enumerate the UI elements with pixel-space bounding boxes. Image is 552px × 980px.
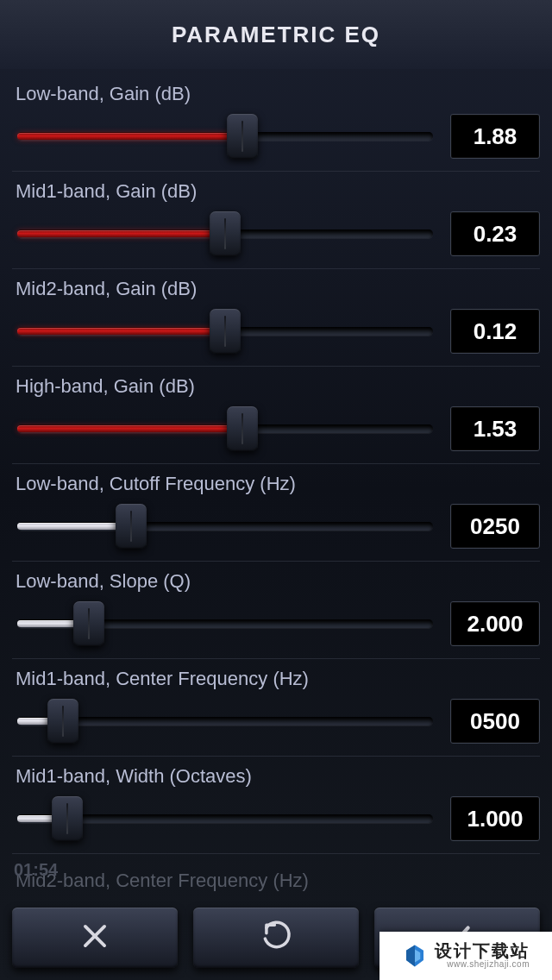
background-playback-time: 01:54 xyxy=(14,860,58,880)
slider[interactable] xyxy=(12,408,438,449)
slider[interactable] xyxy=(12,311,438,352)
value-display[interactable]: 0.12 xyxy=(450,309,540,354)
slider[interactable] xyxy=(12,213,438,254)
param-label: Mid1-band, Width (Octaves) xyxy=(16,765,540,788)
param-row: Mid1-band, Center Frequency (Hz)0500 xyxy=(12,668,540,757)
param-row: Mid1-band, Width (Octaves)1.000 xyxy=(12,765,540,854)
param-label: Mid1-band, Center Frequency (Hz) xyxy=(16,668,540,690)
value-display[interactable]: 0500 xyxy=(450,699,540,744)
slider-thumb[interactable] xyxy=(73,601,104,646)
value-display[interactable]: 0250 xyxy=(450,504,540,549)
value-display[interactable]: 2.000 xyxy=(450,601,540,646)
slider-thumb[interactable] xyxy=(227,114,258,159)
undo-icon xyxy=(260,920,292,956)
undo-button[interactable] xyxy=(193,908,359,968)
slider-thumb[interactable] xyxy=(47,699,78,744)
watermark-logo-icon xyxy=(402,943,428,969)
value-display[interactable]: 1.53 xyxy=(450,406,540,451)
param-label: High-band, Gain (dB) xyxy=(16,375,540,398)
slider-thumb[interactable] xyxy=(210,211,241,256)
param-label: Low-band, Cutoff Frequency (Hz) xyxy=(16,473,540,495)
slider[interactable] xyxy=(12,798,438,839)
slider[interactable] xyxy=(12,700,438,742)
parameter-list: Low-band, Gain (dB)1.88Mid1-band, Gain (… xyxy=(0,69,552,897)
slider[interactable] xyxy=(12,506,438,547)
param-row: Low-band, Gain (dB)1.88 xyxy=(12,83,540,172)
slider-thumb[interactable] xyxy=(52,796,83,841)
page-title: PARAMETRIC EQ xyxy=(172,22,380,48)
param-row: Low-band, Slope (Q)2.000 xyxy=(12,570,540,659)
param-label: Low-band, Slope (Q) xyxy=(16,570,540,593)
watermark: 设计下载站 www.shejizhaji.com xyxy=(380,932,552,980)
value-display[interactable]: 0.23 xyxy=(450,211,540,256)
slider[interactable] xyxy=(12,603,438,644)
slider[interactable] xyxy=(12,116,438,157)
param-label: Mid1-band, Gain (dB) xyxy=(16,180,540,203)
value-display[interactable]: 1.88 xyxy=(450,114,540,159)
slider-thumb[interactable] xyxy=(116,504,147,549)
param-row: High-band, Gain (dB)1.53 xyxy=(12,375,540,464)
watermark-text-cn: 设计下载站 xyxy=(435,942,530,960)
close-icon xyxy=(78,920,111,956)
param-label: Low-band, Gain (dB) xyxy=(16,83,540,105)
value-display[interactable]: 1.000 xyxy=(450,796,540,841)
watermark-text-en: www.shejizhaji.com xyxy=(435,960,530,970)
param-label: Mid2-band, Gain (dB) xyxy=(16,278,540,300)
header: PARAMETRIC EQ xyxy=(0,0,552,69)
slider-thumb[interactable] xyxy=(210,309,241,354)
cancel-button[interactable] xyxy=(12,908,178,968)
param-row: Mid1-band, Gain (dB)0.23 xyxy=(12,180,540,269)
param-row: Low-band, Cutoff Frequency (Hz)0250 xyxy=(12,473,540,562)
param-row: Mid2-band, Gain (dB)0.12 xyxy=(12,278,540,367)
param-label-clipped: Mid2-band, Center Frequency (Hz) xyxy=(16,870,540,892)
slider-thumb[interactable] xyxy=(227,406,258,451)
